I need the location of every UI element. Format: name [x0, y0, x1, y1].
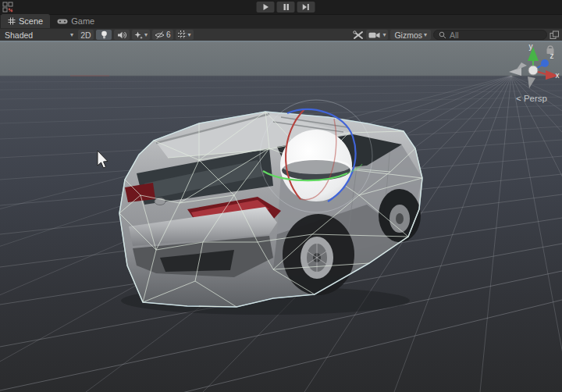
camera-icon [368, 31, 381, 39]
gizmo-center-cube[interactable] [528, 66, 538, 75]
effects-dropdown-button[interactable]: ▾ [132, 30, 150, 40]
shading-mode-label: Shaded [5, 30, 33, 40]
chevron-down-icon: ▾ [188, 32, 191, 38]
scene-3d-view[interactable]: y z x < Persp [0, 41, 562, 392]
chevron-down-icon: ▾ [382, 32, 386, 38]
pause-icon [283, 4, 289, 10]
toggle-2d-label: 2D [80, 30, 91, 40]
eye-slash-icon [155, 31, 165, 39]
gamepad-icon [57, 18, 68, 25]
scene-camera-button[interactable]: ▾ [366, 30, 388, 40]
grid-snap-icon[interactable] [2, 2, 14, 12]
lightbulb-icon [101, 30, 108, 40]
tab-game[interactable]: Game [50, 14, 101, 28]
chevron-down-icon: ▾ [424, 32, 427, 38]
scene-search-input[interactable]: All [433, 30, 547, 40]
hidden-count: 6 [166, 30, 171, 39]
scene-visibility-button[interactable]: 6 [152, 30, 173, 40]
scene-lighting-button[interactable] [96, 30, 112, 40]
scene-viewport[interactable]: y z x < Persp [0, 41, 562, 392]
step-button[interactable] [297, 2, 315, 12]
scene-toolbar: Shaded ▾ 2D ▾ [0, 28, 562, 41]
toggle-2d-button[interactable]: 2D [78, 30, 94, 40]
step-forward-icon [303, 4, 310, 10]
axis-x-label: x [556, 71, 560, 80]
unity-editor-window: Scene Game Shaded ▾ 2D [0, 0, 562, 392]
grid-toggle-icon [178, 30, 187, 39]
search-icon [439, 31, 447, 39]
tab-game-label: Game [71, 16, 94, 26]
panes-icon[interactable] [550, 30, 560, 40]
front-wheel [379, 189, 421, 242]
scene-audio-button[interactable] [114, 30, 130, 40]
tools-icon[interactable] [353, 30, 364, 40]
effects-icon [134, 31, 143, 39]
tab-scene[interactable]: Scene [1, 14, 50, 28]
gizmos-label: Gizmos [394, 30, 422, 40]
gizmos-dropdown[interactable]: Gizmos ▾ [390, 30, 431, 40]
chevron-down-icon: ▾ [70, 32, 73, 38]
search-scope-text: All [450, 30, 459, 40]
audio-icon [117, 31, 126, 39]
play-button[interactable] [257, 2, 275, 12]
grid-visibility-button[interactable]: ▾ [176, 30, 194, 40]
axis-y-label: y [529, 42, 533, 51]
shading-mode-dropdown[interactable]: Shaded ▾ [2, 30, 76, 40]
scene-grid-icon [8, 17, 16, 25]
pause-button[interactable] [277, 2, 295, 12]
main-toolbar [0, 0, 562, 14]
play-controls [257, 2, 315, 12]
tab-scene-label: Scene [19, 16, 43, 26]
panel-tab-bar: Scene Game [0, 14, 562, 28]
projection-toggle[interactable]: < Persp [516, 94, 547, 103]
play-icon [262, 4, 269, 10]
rear-wheel [283, 214, 354, 295]
chevron-down-icon: ▾ [144, 32, 148, 38]
